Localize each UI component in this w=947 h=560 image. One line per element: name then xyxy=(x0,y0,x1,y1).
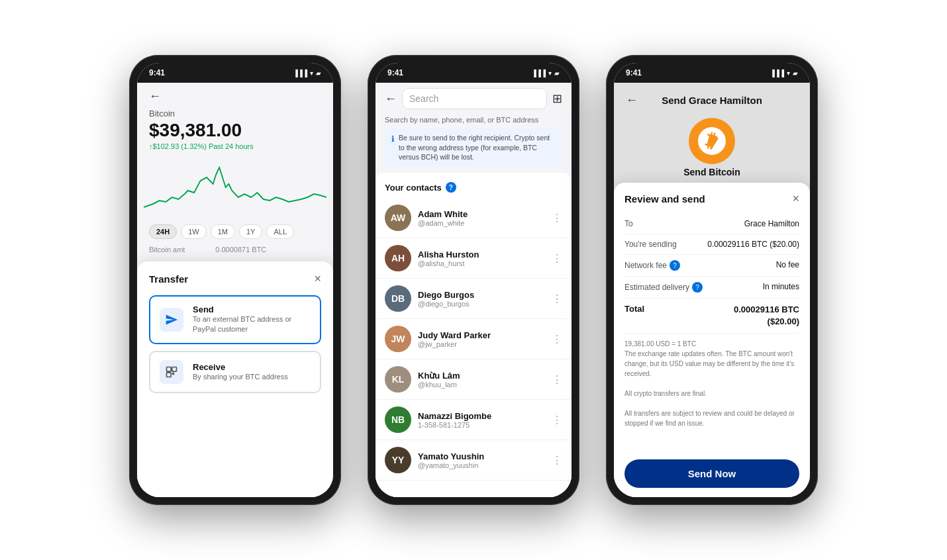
search-input[interactable]: Search xyxy=(409,93,438,104)
review-modal-title: Review and send xyxy=(624,193,705,205)
svg-rect-2 xyxy=(172,367,177,371)
wifi-icon: ▾ xyxy=(310,70,313,77)
wifi-icon-3: ▾ xyxy=(787,70,790,77)
review-total-value: 0.00029116 BTC($20.00) xyxy=(734,304,799,328)
fee-help-button[interactable]: ? xyxy=(670,260,680,271)
send-icon xyxy=(160,308,183,332)
review-close-button[interactable]: × xyxy=(792,192,799,206)
filter-24h[interactable]: 24H xyxy=(149,224,177,239)
avatar-khuu: KL xyxy=(385,366,411,393)
avatar-yamato: YY xyxy=(385,447,411,473)
status-bar-3: 9:41 ▐▐▐ ▾ ▰ xyxy=(614,63,810,83)
qr-scan-button[interactable]: ⊞ xyxy=(552,91,562,106)
svg-rect-3 xyxy=(172,373,174,375)
time-filter-bar: 24H 1W 1M 1Y ALL xyxy=(137,220,333,243)
search-input-wrapper[interactable]: Search xyxy=(402,88,547,109)
send-page-title: Send Grace Hamilton xyxy=(662,95,762,106)
filter-1y[interactable]: 1Y xyxy=(239,224,262,239)
send-option-text: Send To an external BTC address or PayPa… xyxy=(193,304,311,335)
contact-item-yamato[interactable]: YY Yamato Yuushin @yamato_yuushin ⋮ xyxy=(375,440,572,481)
transfer-close-button[interactable]: × xyxy=(314,272,321,286)
contact-info-khuu: Khừu Lâm @khuu_lam xyxy=(418,371,552,389)
avatar-alisha: AH xyxy=(385,245,411,271)
coin-change: ↑$102.93 (1.32%) Past 24 hours xyxy=(137,142,333,154)
contact-more-adam[interactable]: ⋮ xyxy=(552,212,562,224)
contact-item-judy[interactable]: JW Judy Ward Parker @jw_parker ⋮ xyxy=(375,319,572,359)
contacts-header: Your contacts ? xyxy=(375,179,572,198)
contact-item-adam[interactable]: AW Adam White @adam_white ⋮ xyxy=(375,198,572,238)
svg-rect-1 xyxy=(167,373,172,377)
review-sending-label: You're sending xyxy=(624,240,677,249)
contact-name-khuu: Khừu Lâm xyxy=(418,371,552,381)
review-fee-value: No fee xyxy=(776,260,799,269)
contact-more-alisha[interactable]: ⋮ xyxy=(552,252,562,265)
delivery-help-button[interactable]: ? xyxy=(692,282,703,293)
btc-logo xyxy=(689,118,735,164)
contact-handle-diego: @diego_burgos xyxy=(418,300,552,308)
time-1: 9:41 xyxy=(149,68,165,77)
review-delivery-label: Estimated delivery ? xyxy=(624,282,703,293)
status-bar-2: 9:41 ▐▐▐ ▾ ▰ xyxy=(375,63,572,83)
contact-info-diego: Diego Burgos @diego_burgos xyxy=(418,290,552,308)
coin-price: $39,381.00 xyxy=(137,118,333,142)
contact-handle-adam: @adam_white xyxy=(418,219,552,227)
time-3: 9:41 xyxy=(626,68,642,77)
filter-1m[interactable]: 1M xyxy=(211,224,235,239)
info-icon: ℹ xyxy=(391,134,395,162)
receive-icon xyxy=(160,360,183,384)
battery-icon: ▰ xyxy=(316,70,321,77)
phone-2: 9:41 ▐▐▐ ▾ ▰ ← Search ⊞ Search by name, … xyxy=(368,55,579,505)
transfer-modal-title: Transfer xyxy=(149,273,188,285)
back-button-3[interactable]: ← xyxy=(626,93,638,107)
review-sending-value: 0.00029116 BTC ($20.00) xyxy=(707,240,799,249)
contact-handle-khuu: @khuu_lam xyxy=(418,381,552,389)
back-button-1[interactable]: ← xyxy=(149,89,321,103)
receive-option-text: Receive By sharing your BTC address xyxy=(193,362,288,382)
contacts-list: Your contacts ? AW Adam White @adam_whit… xyxy=(375,173,572,497)
phone-1: 9:41 ▐▐▐ ▾ ▰ ← Bitcoin $39,381.00 ↑$102.… xyxy=(129,55,341,505)
contact-more-namazzi[interactable]: ⋮ xyxy=(552,414,562,426)
contact-more-judy[interactable]: ⋮ xyxy=(552,333,562,346)
send-desc: To an external BTC address or PayPal cus… xyxy=(193,314,311,335)
filter-1w[interactable]: 1W xyxy=(181,224,207,239)
contact-more-khuu[interactable]: ⋮ xyxy=(552,373,562,386)
contact-item-namazzi[interactable]: NB Namazzi Bigombe 1-358-581-1275 ⋮ xyxy=(375,400,572,440)
receive-title: Receive xyxy=(193,362,288,372)
receive-option[interactable]: Receive By sharing your BTC address xyxy=(149,351,321,393)
contact-more-yamato[interactable]: ⋮ xyxy=(552,454,562,467)
contact-item-khuu[interactable]: KL Khừu Lâm @khuu_lam ⋮ xyxy=(375,359,572,400)
contact-item-alisha[interactable]: AH Alisha Hurston @alisha_hurst ⋮ xyxy=(375,238,572,279)
review-to-value: Grace Hamilton xyxy=(744,219,799,228)
receive-desc: By sharing your BTC address xyxy=(193,372,288,382)
review-total-label: Total xyxy=(624,304,644,314)
review-to-label: To xyxy=(624,219,633,228)
contact-info-namazzi: Namazzi Bigombe 1-358-581-1275 xyxy=(418,411,552,429)
send-header: ← Send Grace Hamilton Send Bitcoin xyxy=(614,83,810,183)
contacts-help-button[interactable]: ? xyxy=(446,182,456,193)
btc-balance-hint: Bitcoin amt 0.0000871 BTC xyxy=(137,243,333,256)
send-now-button[interactable]: Send Now xyxy=(624,459,799,488)
review-to-row: To Grace Hamilton xyxy=(624,214,799,234)
contact-item-diego[interactable]: DB Diego Burgos @diego_burgos ⋮ xyxy=(375,279,572,319)
avatar-judy: JW xyxy=(385,326,411,352)
review-delivery-value: In minutes xyxy=(763,282,799,291)
avatar-adam: AW xyxy=(385,205,411,231)
contact-more-diego[interactable]: ⋮ xyxy=(552,293,562,305)
wifi-icon-2: ▾ xyxy=(548,70,552,77)
contact-name-diego: Diego Burgos xyxy=(418,290,552,300)
send-title: Send xyxy=(193,304,311,314)
send-option[interactable]: Send To an external BTC address or PayPa… xyxy=(149,295,321,344)
contact-handle-alisha: @alisha_hurst xyxy=(418,259,552,267)
review-screen: ← Send Grace Hamilton Send Bitcoin Revie… xyxy=(614,83,810,497)
search-hint: Search by name, phone, email, or BTC add… xyxy=(375,115,572,128)
review-fee-label: Network fee ? xyxy=(624,260,680,271)
phone-3: 9:41 ▐▐▐ ▾ ▰ ← Send Grace Hamilton Send xyxy=(606,55,818,505)
contact-handle-namazzi: 1-358-581-1275 xyxy=(418,421,552,429)
filter-all[interactable]: ALL xyxy=(266,224,294,239)
review-sending-row: You're sending 0.00029116 BTC ($20.00) xyxy=(624,234,799,255)
time-2: 9:41 xyxy=(387,68,403,77)
avatar-diego: DB xyxy=(385,285,411,312)
send-btc-label: Send Bitcoin xyxy=(626,167,798,183)
contact-name-adam: Adam White xyxy=(418,209,552,219)
back-button-2[interactable]: ← xyxy=(385,92,397,106)
